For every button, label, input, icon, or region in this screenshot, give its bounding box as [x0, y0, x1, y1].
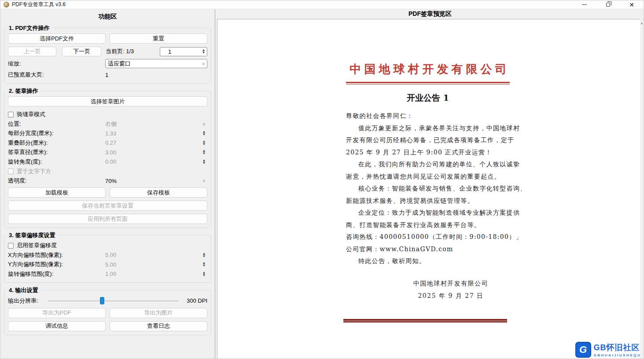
watermark-logo-icon: G: [575, 342, 591, 358]
position-value: 右侧: [105, 120, 201, 128]
overlap-label: 重叠部分(厘米):: [8, 139, 105, 147]
overlap-spinner[interactable]: 0.27 ▲▼: [105, 139, 207, 146]
group-output-settings-title: 4. 输出设置: [7, 286, 40, 294]
doc-line: 特此公告，敬祈周知。: [346, 255, 512, 267]
document-title: 开业公告 1: [346, 92, 510, 104]
rotation-angle-label: 旋转角度(度):: [8, 158, 105, 166]
max-preview-label: 已预览最大页:: [8, 71, 105, 79]
export-pdf-button[interactable]: 导出为PDF: [8, 308, 106, 318]
prev-page-button[interactable]: 上一页: [8, 47, 56, 56]
doc-line: 在此，我们向所有助力公司筹建的单位、个人致以诚挚: [346, 158, 512, 171]
checkbox-icon: [8, 169, 14, 174]
y-offset-spinner[interactable]: 5.00 ▲▼: [105, 261, 207, 268]
rotation-angle-spinner[interactable]: 0.00 ▲▼: [105, 158, 207, 165]
spinner-arrows-icon[interactable]: ▲▼: [201, 262, 207, 267]
checkbox-icon: [8, 112, 14, 117]
group-offset-settings: 3. 签章偏移度设置 启用签章偏移度 X方向偏移范围(像素): 5.00 ▲▼ …: [4, 235, 211, 283]
x-offset-label: X方向偏移范围(像素):: [8, 251, 105, 259]
load-template-button[interactable]: 加载模板: [8, 187, 106, 198]
window-controls: ✕: [572, 0, 644, 9]
signature-company: 中国地球村开发有限公司: [369, 277, 533, 289]
enable-offset-checkbox[interactable]: 启用签章偏移度: [8, 241, 207, 250]
y-offset-value: 5.00: [105, 261, 201, 268]
window-title: PDF专业签章工具 v3.6: [12, 1, 66, 8]
chevron-down-icon: ˅: [200, 61, 207, 66]
select-pdf-button[interactable]: 选择PDF文件: [8, 33, 106, 44]
function-panel-title: 功能区: [0, 9, 215, 23]
close-button[interactable]: ✕: [620, 0, 644, 9]
opacity-select[interactable]: 70% ˅: [105, 178, 207, 184]
part-width-label: 每部分宽度(厘米):: [8, 129, 105, 137]
max-preview-value: 1: [105, 72, 207, 78]
group-pdf-file-ops: 1. PDF文件操作 选择PDF文件 重置 上一页 下一页 当前页: 1/3 1…: [4, 28, 211, 84]
below-text-checkbox[interactable]: 置于文字下方: [8, 167, 207, 176]
spinner-arrows-icon[interactable]: ▲▼: [201, 131, 207, 136]
app-window: PDF专业签章工具 v3.6 ✕ 功能区 1. PDF文件操作 选择PDF文件 …: [0, 0, 644, 359]
document-body: 尊敬的社会各界同仁： 值此万象更新之际，承蒙各界关注与支持，中国地球村 开发有限…: [346, 110, 512, 267]
save-template-button[interactable]: 保存模板: [110, 187, 207, 198]
preview-panel-title: PDF签章预览区: [216, 9, 644, 19]
export-image-button[interactable]: 导出为图片: [110, 308, 207, 318]
title-bar: PDF专业签章工具 v3.6 ✕: [0, 0, 644, 9]
spinner-arrows-icon[interactable]: ▲▼: [201, 150, 207, 155]
minimize-button[interactable]: [572, 0, 596, 9]
signature-date: 2025 年 9 月 27 日: [369, 289, 533, 302]
opacity-label: 透明度:: [8, 177, 105, 185]
resolution-slider-handle[interactable]: [100, 297, 104, 304]
doc-line: 尊敬的社会各界同仁：: [346, 110, 512, 122]
doc-line: 2025 年 9 月 27 日上午 9:00 正式开业运营！: [346, 147, 512, 159]
checkbox-icon: [8, 243, 14, 249]
stamp-diameter-label: 签章直径(厘米):: [8, 148, 105, 156]
x-offset-value: 5.00: [105, 252, 201, 258]
stamp-diameter-spinner[interactable]: 3.00 ▲▼: [105, 149, 207, 156]
apply-to-all-pages-button[interactable]: 应用到所有页面: [8, 214, 207, 224]
doc-line: 核心业务：智能装备研发与销售、企业数字化转型咨询、: [346, 183, 512, 195]
select-stamp-image-button[interactable]: 选择签章图片: [8, 96, 207, 106]
rotation-offset-spinner[interactable]: 1.00 ▲▼: [105, 271, 207, 277]
zoom-label: 缩放:: [8, 60, 105, 68]
debug-info-button[interactable]: 调试信息: [8, 321, 106, 331]
spinner-arrows-icon[interactable]: ▲▼: [201, 159, 207, 165]
rotation-angle-value: 0.00: [105, 158, 201, 165]
zoom-select[interactable]: 适应窗口 ˅: [105, 59, 207, 68]
resolution-slider[interactable]: [48, 300, 178, 301]
doc-line: 公司官网：www.ChinaGVD.com: [346, 243, 512, 256]
chevron-down-icon: ˅: [201, 178, 207, 183]
group-offset-settings-title: 3. 签章偏移度设置: [7, 231, 57, 239]
scroll-up-icon[interactable]: ▲: [640, 22, 644, 25]
preview-scrollbar[interactable]: ▲: [640, 19, 644, 359]
opacity-value: 70%: [105, 178, 201, 184]
zoom-select-value: 适应窗口: [108, 60, 200, 68]
part-width-spinner[interactable]: 1.33 ▲▼: [105, 130, 207, 137]
doc-line: 谢意，并热忱邀请您共同见证公司发展的重要起点。: [346, 171, 512, 183]
doc-line: 商、打造智能装备开发行业高效服务平台等。: [346, 219, 512, 231]
position-select[interactable]: 右侧 ˅: [105, 120, 207, 128]
save-current-page-settings-button[interactable]: 保存当前页签章设置: [8, 201, 207, 211]
document-footer-rule: [343, 319, 507, 322]
reset-button[interactable]: 重置: [110, 33, 207, 44]
function-panel: 功能区 1. PDF文件操作 选择PDF文件 重置 上一页 下一页 当前页: 1…: [0, 9, 215, 359]
overlap-value: 0.27: [105, 139, 201, 146]
rotation-offset-value: 1.00: [105, 271, 201, 277]
page-number-spinner[interactable]: 1 ▲▼: [160, 47, 207, 56]
spinner-arrows-icon[interactable]: ▲▼: [201, 271, 207, 277]
watermark-subtext: GBHUAIJIUSHEQU: [594, 353, 641, 357]
spinner-arrows-icon[interactable]: ▲▼: [201, 253, 207, 258]
stamp-diameter-value: 3.00: [105, 149, 201, 156]
restore-icon: [606, 3, 610, 7]
group-stamp-ops-title: 2. 签章操作: [7, 87, 40, 95]
spinner-arrows-icon[interactable]: ▲▼: [200, 49, 207, 54]
pdf-preview-area[interactable]: 中国地球村开发有限公司 开业公告 1 尊敬的社会各界同仁： 值此万象更新之际，承…: [217, 19, 641, 359]
restore-button[interactable]: [596, 0, 620, 9]
close-icon: ✕: [629, 2, 634, 8]
x-offset-spinner[interactable]: 5.00 ▲▼: [105, 252, 207, 258]
spinner-arrows-icon[interactable]: ▲▼: [201, 140, 207, 146]
next-page-button[interactable]: 下一页: [62, 47, 101, 56]
straddle-mode-checkbox[interactable]: 骑缝章模式: [8, 110, 207, 119]
part-width-value: 1.33: [105, 130, 201, 137]
doc-line: 开发有限公司历经精心筹备，已完成各项筹备工作，定于: [346, 134, 512, 147]
minimize-icon: [582, 4, 587, 5]
document-signature: 中国地球村开发有限公司 2025 年 9 月 27 日: [369, 277, 533, 302]
view-log-button[interactable]: 查看日志: [110, 321, 207, 331]
resolution-value: 300 DPI: [182, 297, 207, 304]
